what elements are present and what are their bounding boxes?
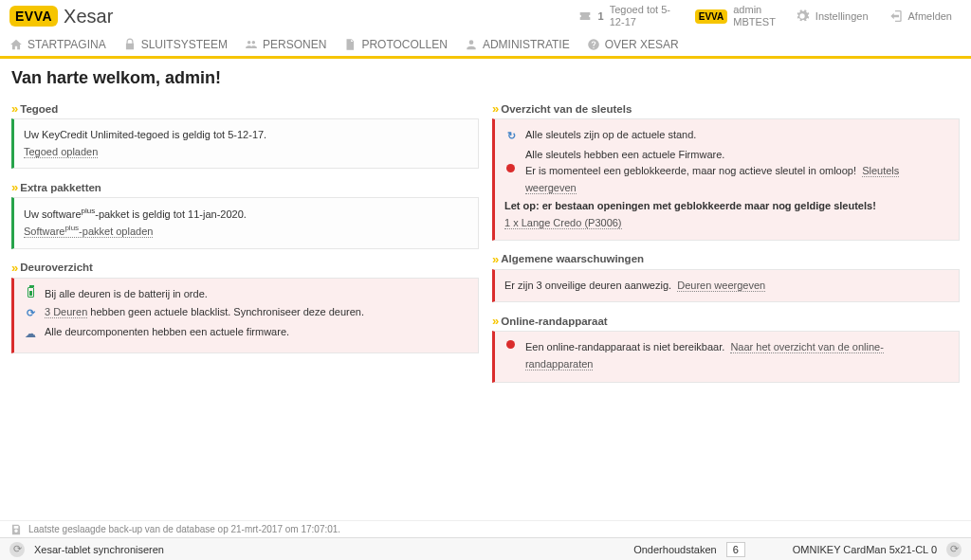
ticket-icon <box>577 9 593 24</box>
section-packages-head: » Extra pakketten <box>11 180 479 194</box>
chevron-icon: » <box>492 101 497 116</box>
gear-icon <box>795 9 810 24</box>
pkg-l1: Software <box>24 226 64 237</box>
maintenance-label[interactable]: Onderhoudstaken <box>633 544 716 555</box>
blocked-key-icon <box>504 163 518 172</box>
pkg-l2: -pakket opladen <box>79 226 153 237</box>
keys-row1: Alle sleutels zijn op de actuele stand. <box>525 127 696 144</box>
chevron-icon: » <box>492 314 497 328</box>
logout-icon <box>888 9 903 24</box>
online-row: Een online-randapparaat is niet bereikba… <box>525 339 949 372</box>
header-credit[interactable]: 1 Tegoed tot 5-12-17 <box>568 4 686 28</box>
admin-icon <box>465 38 478 51</box>
section-credit-title: Tegoed <box>20 103 58 115</box>
doors-firmware-text: Alle deurcomponenten hebben een actuele … <box>45 324 289 341</box>
nav-home[interactable]: STARTPAGINA <box>9 38 106 51</box>
nav-about[interactable]: OVER XESAR <box>587 38 679 51</box>
section-doors-title: Deuroverzicht <box>20 262 93 273</box>
doors-blacklist-text: 3 Deuren hebben geen actuele blacklist. … <box>45 304 364 321</box>
disk-icon <box>9 523 23 536</box>
pkg-sup: plus <box>82 207 96 215</box>
sync-refresh-button[interactable]: ⟳ <box>9 542 25 557</box>
nav-admin-label: ADMINISTRATIE <box>483 38 570 51</box>
brand-badge: EVVA <box>9 6 58 27</box>
header-user[interactable]: EVVA admin MBTEST <box>686 4 785 28</box>
nav-protocols[interactable]: PROTOCOLLEN <box>343 38 447 51</box>
logout-label: Afmelden <box>908 10 952 22</box>
nav-locking-label: SLUITSYSTEEM <box>141 38 228 51</box>
packages-text: Uw softwareplus-pakket is geldig tot 11-… <box>24 206 468 223</box>
warnings-card: Er zijn 3 onveilige deuren aanwezig. Deu… <box>492 269 960 303</box>
right-column: » Overzicht van de sleutels ↻ Alle sleut… <box>492 101 960 394</box>
maintenance-count: 6 <box>726 542 745 557</box>
welcome-heading: Van harte welkom, admin! <box>11 68 960 88</box>
brand-product: Xesar <box>64 6 113 27</box>
packages-topup-link[interactable]: Softwareplus-pakket opladen <box>24 226 153 238</box>
doors-card: Bij alle deuren is de batterij in orde. … <box>11 278 479 353</box>
doors-blacklist-rest: hebben geen actuele blacklist. Synchroni… <box>87 306 364 317</box>
online-text: Een online-randapparaat is niet bereikba… <box>525 341 724 352</box>
brand-badge-small: EVVA <box>695 9 728 24</box>
nav-locking[interactable]: SLUITSYSTEEM <box>123 38 228 51</box>
section-credit-head: » Tegoed <box>11 101 479 116</box>
battery-ok-icon <box>24 286 37 298</box>
doors-battery-text: Bij alle deuren is de batterij in orde. <box>45 286 208 303</box>
document-icon <box>343 38 357 51</box>
section-online-head: » Online-randapparaat <box>492 314 960 328</box>
keys-row4: Let op: er bestaan openingen met geblokk… <box>504 198 949 215</box>
bottom-bar: ⟳ Xesar-tablet synchroniseren Onderhouds… <box>0 537 971 560</box>
backup-text: Laatste geslaagde back-up van de databas… <box>28 524 340 534</box>
blacklist-icon: ⟳ <box>24 304 37 322</box>
left-column: » Tegoed Uw KeyCredit Unlimited-tegoed i… <box>11 101 479 394</box>
nav-protocols-label: PROTOCOLLEN <box>361 38 447 51</box>
brand: EVVA Xesar <box>9 6 113 27</box>
keys-row3-text: Er is momenteel een geblokkeerde, maar n… <box>525 165 856 176</box>
card-reader-label: OMNIKEY CardMan 5x21-CL 0 <box>793 544 937 555</box>
online-card: Een online-randapparaat is niet bereikba… <box>492 331 960 383</box>
offline-dot-icon <box>504 339 518 349</box>
main-nav: STARTPAGINA SLUITSYSTEEM PERSONEN PROTOC… <box>0 32 971 59</box>
reader-refresh-button[interactable]: ⟳ <box>946 542 962 557</box>
warnings-link[interactable]: Deuren weergeven <box>677 280 765 292</box>
credit-text: Tegoed tot 5-12-17 <box>610 4 676 28</box>
settings-label: Instellingen <box>815 10 869 22</box>
section-packages-title: Extra pakketten <box>20 182 101 193</box>
nav-about-label: OVER XESAR <box>605 38 679 51</box>
home-icon <box>9 38 23 51</box>
key-refresh-icon: ↻ <box>504 127 518 145</box>
section-warnings-head: » Algemene waarschuwingen <box>492 252 960 266</box>
header-settings[interactable]: Instellingen <box>785 9 878 24</box>
lock-icon <box>123 38 137 51</box>
pkg-l-sup: plus <box>64 224 79 232</box>
nav-admin[interactable]: ADMINISTRATIE <box>465 38 570 51</box>
nav-persons[interactable]: PERSONEN <box>245 38 326 51</box>
app-header: EVVA Xesar 1 Tegoed tot 5-12-17 EVVA adm… <box>0 0 971 32</box>
credit-text: Uw KeyCredit Unlimited-tegoed is geldig … <box>24 127 468 144</box>
credit-topup-link[interactable]: Tegoed opladen <box>24 146 98 158</box>
nav-persons-label: PERSONEN <box>263 38 326 51</box>
keys-row3: Er is momenteel een geblokkeerde, maar n… <box>525 163 949 196</box>
keys-row2: Alle sleutels hebben een actuele Firmwar… <box>525 147 949 164</box>
main-content: Van harte welkom, admin! » Tegoed Uw Key… <box>0 59 971 520</box>
warnings-text: Er zijn 3 onveilige deuren aanwezig. <box>504 280 671 291</box>
section-warnings-title: Algemene waarschuwingen <box>501 253 644 264</box>
user-system: MBTEST <box>733 16 776 27</box>
header-logout[interactable]: Afmelden <box>878 9 962 24</box>
credit-count: 1 <box>598 10 604 22</box>
doors-count-link[interactable]: 3 Deuren <box>45 306 87 318</box>
user-name: admin <box>733 4 761 15</box>
section-online-title: Online-randapparaat <box>501 316 607 327</box>
firmware-icon: ☁ <box>24 324 37 343</box>
chevron-icon: » <box>11 180 16 194</box>
packages-card: Uw softwareplus-pakket is geldig tot 11-… <box>11 197 479 249</box>
backup-status-bar: Laatste geslaagde back-up van de databas… <box>0 520 971 537</box>
people-icon <box>245 38 258 51</box>
credit-card: Uw KeyCredit Unlimited-tegoed is geldig … <box>11 118 479 169</box>
pkg-t2: -pakket is geldig tot 11-jan-2020. <box>95 208 247 220</box>
keys-opening-link[interactable]: 1 x Lange Credo (P3006) <box>504 217 622 229</box>
sync-label: Xesar-tablet synchroniseren <box>34 544 164 555</box>
chevron-icon: » <box>11 261 16 275</box>
user-info: admin MBTEST <box>733 4 776 28</box>
section-keys-head: » Overzicht van de sleutels <box>492 101 960 116</box>
help-icon <box>587 38 600 51</box>
